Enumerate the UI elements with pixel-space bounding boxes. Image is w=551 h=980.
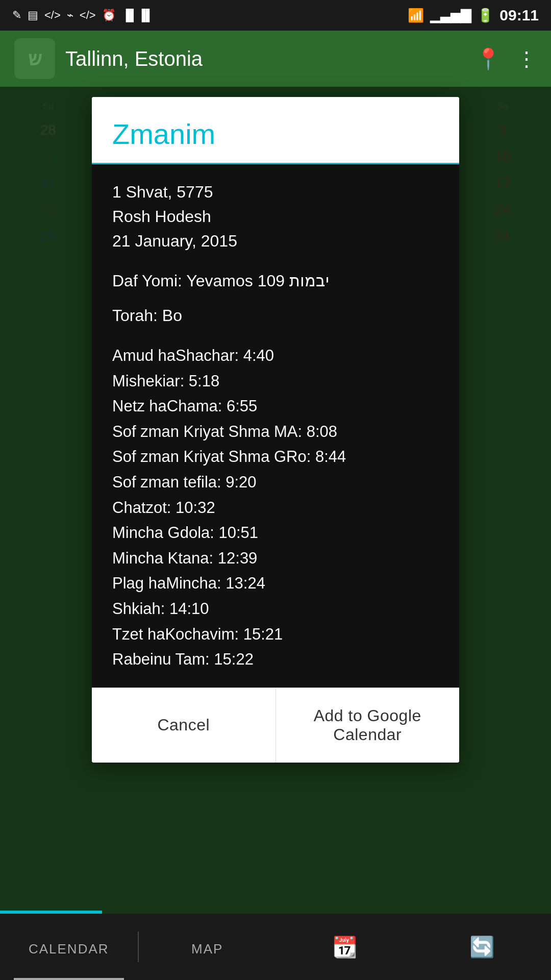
location-pin-icon[interactable]: 📍	[475, 47, 501, 71]
status-icon-sim: ▤	[28, 9, 38, 22]
app-header: ש Tallinn, Estonia 📍 ⋮	[0, 31, 551, 87]
calendar-icon: 📆	[332, 935, 358, 959]
bottom-nav: CALENDAR MAP 📆 🔄	[0, 914, 551, 980]
zman-tefila: Sof zman tefila: 9:20	[112, 470, 439, 495]
torah-reading: Torah: Bo	[112, 303, 439, 328]
location-title: Tallinn, Estonia	[65, 47, 465, 70]
status-icon-code: </>	[44, 9, 61, 22]
wifi-icon: 📶	[408, 8, 424, 23]
cancel-button[interactable]: Cancel	[92, 688, 276, 763]
time-display: 09:11	[499, 7, 539, 24]
zman-shkiah: Shkiah: 14:10	[112, 596, 439, 622]
zman-mincha-gdola: Mincha Gdola: 10:51	[112, 520, 439, 546]
zman-rabeinu: Rabeinu Tam: 15:22	[112, 647, 439, 672]
status-icons-right: 📶 ▁▃▅▇ 🔋 09:11	[408, 7, 539, 24]
gregorian-date: 21 January, 2015	[112, 229, 439, 253]
refresh-icon: 🔄	[469, 935, 495, 959]
zman-shma-ma: Sof zman Kriyat Shma MA: 8:08	[112, 419, 439, 445]
status-icon-feather: ✎	[12, 9, 21, 22]
hebrew-date: 1 Shvat, 5775	[112, 180, 439, 204]
status-icon-clock: ⏰	[102, 9, 116, 22]
hebrew-event: Rosh Hodesh	[112, 204, 439, 229]
zman-mishekiar: Mishekiar: 5:18	[112, 369, 439, 394]
status-bar: ✎ ▤ </> ⌁ </> ⏰ ▐▌▐▌ 📶 ▁▃▅▇ 🔋 09:11	[0, 0, 551, 31]
header-actions: 📍 ⋮	[475, 47, 537, 71]
add-to-calendar-button[interactable]: Add to Google Calendar	[276, 688, 460, 763]
status-icons-left: ✎ ▤ </> ⌁ </> ⏰ ▐▌▐▌	[12, 9, 154, 22]
zman-amud: Amud haShachar: 4:40	[112, 343, 439, 369]
scroll-indicator	[0, 911, 102, 914]
status-icon-usb: ⌁	[67, 9, 73, 22]
dialog-title-area: Zmanim	[92, 97, 459, 164]
signal-icon: ▁▃▅▇	[430, 8, 471, 23]
zmanim-list: Amud haShachar: 4:40 Mishekiar: 5:18 Net…	[112, 343, 439, 672]
logo-char: ש	[28, 47, 42, 70]
dialog-overlay: Zmanim 1 Shvat, 5775 Rosh Hodesh 21 Janu…	[0, 87, 551, 914]
nav-item-calendar[interactable]: CALENDAR	[0, 914, 138, 980]
status-icon-code2: </>	[80, 9, 96, 22]
nav-item-calendar-icon[interactable]: 📆	[276, 914, 414, 980]
more-options-icon[interactable]: ⋮	[516, 47, 537, 70]
zman-tzet: Tzet haKochavim: 15:21	[112, 622, 439, 647]
zman-shma-gro: Sof zman Kriyat Shma GRo: 8:44	[112, 444, 439, 470]
zmanim-dialog: Zmanim 1 Shvat, 5775 Rosh Hodesh 21 Janu…	[92, 97, 459, 763]
nav-label-calendar: CALENDAR	[29, 941, 109, 957]
date-info: 1 Shvat, 5775 Rosh Hodesh 21 January, 20…	[112, 180, 439, 253]
zman-mincha-ktana: Mincha Ktana: 12:39	[112, 546, 439, 571]
nav-item-map[interactable]: MAP	[139, 914, 277, 980]
app-logo: ש	[14, 38, 55, 79]
battery-icon: 🔋	[477, 8, 493, 23]
dialog-buttons: Cancel Add to Google Calendar	[92, 688, 459, 763]
zman-chatzot: Chatzot: 10:32	[112, 495, 439, 521]
nav-item-refresh[interactable]: 🔄	[414, 914, 552, 980]
status-icon-barcode: ▐▌▐▌	[122, 9, 154, 22]
zman-netz: Netz haChama: 6:55	[112, 394, 439, 419]
zman-plag: Plag haMincha: 13:24	[112, 571, 439, 596]
nav-label-map: MAP	[191, 941, 223, 957]
dialog-title: Zmanim	[112, 117, 439, 151]
dialog-content: 1 Shvat, 5775 Rosh Hodesh 21 January, 20…	[92, 164, 459, 688]
daf-yomi: Daf Yomi: Yevamos 109 יבמות	[112, 268, 439, 293]
